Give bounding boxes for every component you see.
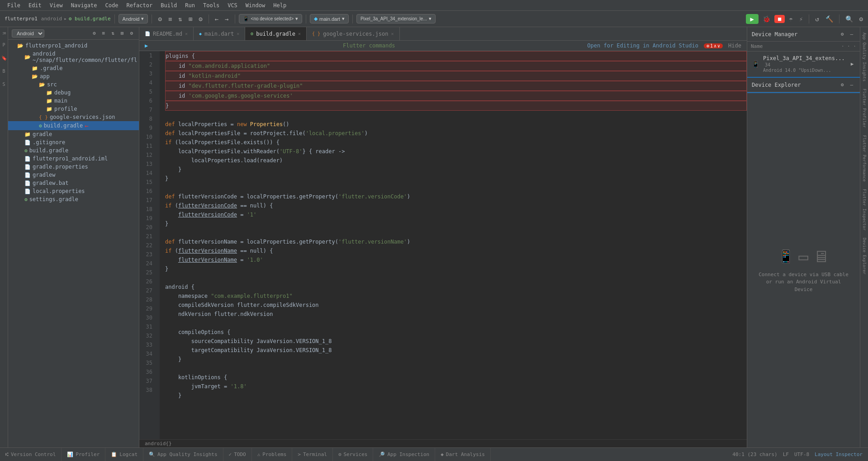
tab-README-md[interactable]: 📄README.md✕: [139, 27, 194, 40]
debug-button[interactable]: 🐞: [760, 14, 773, 24]
tree-item--gitignore[interactable]: 📄.gitignore: [8, 138, 139, 146]
bottom-tab-problems[interactable]: ⚠Problems: [252, 448, 293, 461]
menu-item-file[interactable]: File: [4, 1, 24, 9]
tree-item-gradlew-bat[interactable]: 📄gradlew.bat: [8, 179, 139, 187]
gear-icon[interactable]: ⚙: [196, 14, 204, 24]
menu-item-tools[interactable]: Tools: [199, 1, 223, 9]
menu-item-run[interactable]: Run: [181, 1, 199, 9]
vert-tab-device-explorer[interactable]: Device Explorer: [861, 236, 868, 276]
de-minus-icon[interactable]: —: [848, 80, 855, 89]
tree-item-gradlew[interactable]: 📄gradlew: [8, 171, 139, 179]
open-android-studio-link[interactable]: Open for Editing in Android Studio: [587, 42, 698, 49]
bottom-tab-dart-analysis[interactable]: ◆Dart Analysis: [435, 448, 491, 461]
view-dropdown[interactable]: Android: [12, 29, 44, 38]
tree-icon: 📄: [24, 140, 31, 146]
refresh-button[interactable]: ↺: [813, 14, 821, 24]
menu-item-refactor[interactable]: Refactor: [123, 1, 156, 9]
menu-item-build[interactable]: Build: [157, 1, 180, 9]
run-button[interactable]: ▶: [746, 14, 759, 24]
vert-tab-flutter-profiler[interactable]: Flutter Profiler: [861, 87, 868, 130]
tree-item-main[interactable]: 📁main: [8, 97, 139, 105]
list-icon[interactable]: ≡: [166, 14, 174, 24]
forward-icon[interactable]: →: [223, 14, 231, 24]
bottom-tab-todo[interactable]: ✓TODO: [223, 448, 252, 461]
close-tab-build.gradle[interactable]: ✕: [298, 31, 301, 36]
main-dart-selector[interactable]: ◆ main.dart ▾: [310, 14, 349, 24]
close-tab-main.dart[interactable]: ✕: [237, 31, 239, 36]
back-icon[interactable]: ←: [213, 14, 221, 24]
bottom-tab-app-inspection[interactable]: 🔎App Inspection: [373, 448, 435, 461]
device-name-text: Pixel_3a_API_34_extens...: [763, 55, 845, 61]
tree-item-flutterpro1-android[interactable]: 📂flutterpro1_android: [8, 42, 139, 50]
resource-manager-icon[interactable]: R: [0, 31, 9, 36]
tree-item-settings-gradle[interactable]: ⚙settings.gradle: [8, 195, 139, 203]
bottom-tab-version-control[interactable]: ⑆Version Control: [0, 448, 62, 461]
tree-item--gradle[interactable]: 📁.gradle: [8, 64, 139, 72]
menu-item-edit[interactable]: Edit: [25, 1, 45, 9]
tab-google-services-json[interactable]: { }google-services.json✕: [307, 27, 400, 40]
tree-item-profile[interactable]: 📁profile: [8, 105, 139, 113]
pixel-device-selector[interactable]: Pixel_3a_API_34_extension_le... ▾: [356, 14, 436, 24]
tree-sort[interactable]: ⇅: [109, 29, 117, 38]
tree-expand[interactable]: ⊞: [119, 29, 126, 38]
close-tab-README.md[interactable]: ✕: [185, 31, 188, 36]
project-icon[interactable]: P: [0, 41, 7, 49]
menu-item-vcs[interactable]: VCS: [224, 1, 241, 9]
tree-item-app[interactable]: 📂app: [8, 72, 139, 80]
menu-item-window[interactable]: Window: [242, 1, 269, 9]
bottom-tab-terminal[interactable]: >Terminal: [292, 448, 333, 461]
tab-build-gradle[interactable]: ⚙build.gradle✕: [245, 27, 307, 40]
expand-icon[interactable]: ⊞: [186, 14, 194, 24]
hide-link[interactable]: Hide: [728, 42, 741, 49]
bottom-tab-app-quality-insights[interactable]: 🔍App Quality Insights: [143, 448, 223, 461]
sort-icon[interactable]: ⇅: [176, 14, 184, 24]
code-editor[interactable]: 1234567891011121314151617181920212223242…: [139, 51, 747, 439]
device-run-btn[interactable]: ▶: [849, 60, 856, 68]
build-variants-icon[interactable]: B: [0, 67, 7, 75]
build-button[interactable]: 🔨: [823, 14, 835, 24]
tree-item-local-properties[interactable]: 📄local.properties: [8, 187, 139, 195]
settings-main[interactable]: ⚙: [857, 14, 865, 24]
bookmarks-icon[interactable]: 🔖: [0, 54, 9, 62]
code-lines[interactable]: plugins { id "com.android.application" i…: [160, 51, 747, 439]
coverage-button[interactable]: ☂: [787, 14, 795, 24]
settings-icon[interactable]: ⚙: [156, 14, 164, 24]
device-item[interactable]: 📱 Pixel_3a_API_34_extens... 34 Android 1…: [747, 52, 860, 77]
vert-tab-flutter-inspect[interactable]: Flutter Inspector: [861, 187, 868, 232]
menu-item-view[interactable]: View: [46, 1, 66, 9]
dm-settings-icon[interactable]: ⚙: [839, 30, 846, 38]
stop-button[interactable]: ■: [774, 15, 785, 23]
dm-minus-icon[interactable]: —: [848, 30, 855, 38]
code-line-6: }: [165, 101, 747, 111]
code-line-15: [165, 183, 747, 192]
menu-item-code[interactable]: Code: [102, 1, 122, 9]
tree-item-google-services-json[interactable]: { }google-services.json: [8, 113, 139, 121]
tree-more[interactable]: ⚙: [128, 29, 135, 38]
tree-filter[interactable]: ≡: [100, 29, 108, 38]
device-selector[interactable]: 📱 <no device selected> ▾: [239, 14, 303, 24]
tree-item-gradle[interactable]: 📁gradle: [8, 130, 139, 138]
menu-item-navigate[interactable]: Navigate: [67, 1, 101, 9]
tree-item-debug[interactable]: 📁debug: [8, 89, 139, 97]
tree-item-flutterpro1-android-iml[interactable]: 📄flutterpro1_android.iml: [8, 155, 139, 163]
tree-item-gradle-properties[interactable]: 📄gradle.properties: [8, 163, 139, 171]
tree-item-build-gradle[interactable]: ⚙build.gradle: [8, 146, 139, 155]
close-tab-google-services.json[interactable]: ✕: [391, 31, 394, 36]
vert-tab-flutter-perf[interactable]: Flutter Performance: [861, 133, 868, 183]
bottom-tab-logcat[interactable]: 📋Logcat: [105, 448, 143, 461]
profile-button[interactable]: ⚡: [797, 14, 805, 24]
android-dropdown[interactable]: Android ▾: [119, 14, 148, 24]
layout-inspector-link[interactable]: Layout Inspector: [815, 452, 863, 457]
tree-item-build-gradle[interactable]: ⚙build.gradle ←: [8, 121, 139, 130]
menu-item-help[interactable]: Help: [270, 1, 290, 9]
de-settings-icon[interactable]: ⚙: [839, 80, 846, 89]
tree-item-android---snap-flutter-common-flutter-fl[interactable]: 📂android ~/snap/flutter/common/flutter/f…: [8, 50, 139, 64]
bottom-tab-profiler[interactable]: 📊Profiler: [62, 448, 105, 461]
bottom-tab-services[interactable]: ⚙Services: [333, 448, 374, 461]
tree-settings[interactable]: ⚙: [90, 29, 98, 38]
vert-tab-app-quality[interactable]: App Quality Insights: [861, 31, 868, 83]
tab-main-dart[interactable]: ◆main.dart✕: [194, 27, 245, 40]
tree-item-src[interactable]: 📂src: [8, 80, 139, 89]
structure-icon[interactable]: S: [0, 80, 7, 88]
search-everywhere[interactable]: 🔍: [843, 14, 855, 24]
